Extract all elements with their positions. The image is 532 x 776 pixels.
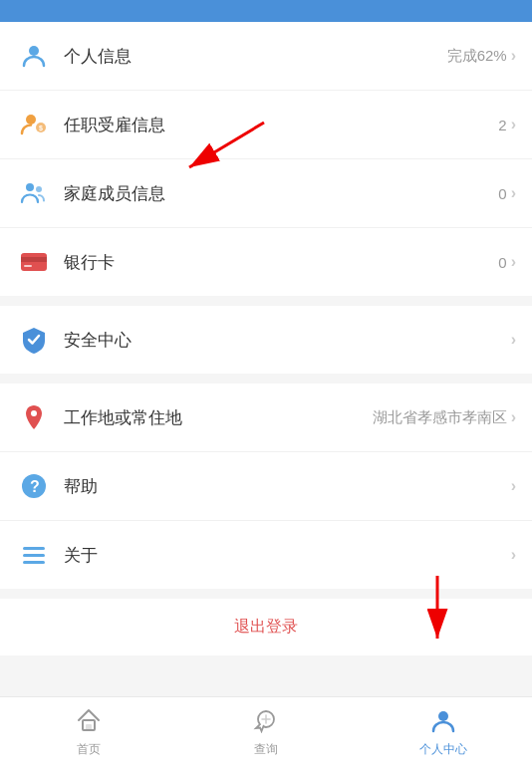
- bank-card-label: 银行卡: [64, 251, 498, 274]
- work-location-label: 工作地或常住地: [64, 406, 373, 429]
- work-location-value: 湖北省孝感市孝南区: [373, 408, 507, 427]
- nav-item-query[interactable]: 查询: [177, 707, 355, 766]
- menu-item-help[interactable]: ? 帮助 ›: [0, 452, 532, 521]
- svg-point-4: [29, 46, 39, 56]
- personal-info-value: 完成62%: [447, 47, 507, 66]
- profile-nav-label: 个人中心: [419, 741, 467, 758]
- section-personal: 个人信息 完成62% › $ 任职受雇信息 2 ›: [0, 22, 532, 296]
- chevron-icon: ›: [511, 253, 516, 271]
- family-info-value: 0: [498, 185, 506, 202]
- employment-info-value: 2: [498, 117, 506, 133]
- family-info-label: 家庭成员信息: [64, 182, 498, 205]
- shield-icon: [16, 322, 52, 358]
- menu-item-family-info[interactable]: 家庭成员信息 0 ›: [0, 159, 532, 228]
- employment-info-right: 2 ›: [498, 116, 516, 133]
- logout-section: 退出登录: [0, 599, 532, 655]
- menu-item-bank-card[interactable]: 银行卡 0 ›: [0, 228, 532, 296]
- chevron-icon: ›: [511, 47, 516, 65]
- profile-icon: [430, 707, 456, 737]
- menu-item-about[interactable]: 关于 ›: [0, 521, 532, 589]
- query-nav-label: 查询: [254, 741, 278, 758]
- menu-item-employment-info[interactable]: $ 任职受雇信息 2 ›: [0, 91, 532, 159]
- chevron-icon: ›: [511, 331, 516, 349]
- logout-button[interactable]: 退出登录: [234, 617, 298, 638]
- bank-card-value: 0: [498, 254, 506, 271]
- svg-rect-11: [21, 257, 47, 262]
- personal-info-label: 个人信息: [64, 45, 447, 68]
- help-icon: ?: [16, 468, 52, 504]
- svg-point-13: [31, 410, 37, 416]
- menu-list-icon: [16, 537, 52, 573]
- svg-rect-20: [86, 724, 92, 730]
- chevron-icon: ›: [511, 477, 516, 495]
- chevron-icon: ›: [511, 546, 516, 564]
- nav-item-home[interactable]: 首页: [0, 707, 177, 766]
- bottom-nav: 首页 查询 个人中心: [0, 696, 532, 776]
- person-icon: [16, 38, 52, 74]
- card-icon: [16, 244, 52, 280]
- help-label: 帮助: [64, 475, 511, 498]
- work-location-right: 湖北省孝感市孝南区 ›: [373, 408, 516, 427]
- security-center-label: 安全中心: [64, 329, 511, 352]
- chevron-icon: ›: [511, 408, 516, 426]
- family-icon: [16, 175, 52, 211]
- location-icon: [16, 399, 52, 435]
- about-right: ›: [511, 546, 516, 564]
- section-others: 工作地或常住地 湖北省孝感市孝南区 › ? 帮助 ›: [0, 384, 532, 589]
- menu-item-personal-info[interactable]: 个人信息 完成62% ›: [0, 22, 532, 91]
- home-nav-label: 首页: [77, 741, 101, 758]
- svg-rect-16: [23, 547, 45, 550]
- personal-info-right: 完成62% ›: [447, 47, 516, 66]
- menu-item-security-center[interactable]: 安全中心 ›: [0, 306, 532, 374]
- employment-icon: $: [16, 107, 52, 142]
- nav-item-profile[interactable]: 个人中心: [355, 707, 532, 766]
- chevron-icon: ›: [511, 184, 516, 202]
- bank-card-right: 0 ›: [498, 253, 516, 271]
- svg-text:$: $: [39, 125, 43, 132]
- svg-point-8: [26, 183, 34, 191]
- svg-point-21: [438, 711, 448, 721]
- home-icon: [76, 707, 102, 737]
- help-right: ›: [511, 477, 516, 495]
- svg-point-5: [26, 115, 36, 125]
- status-bar: [0, 0, 532, 22]
- svg-rect-18: [23, 561, 45, 564]
- svg-rect-17: [23, 554, 45, 557]
- employment-info-label: 任职受雇信息: [64, 114, 498, 136]
- security-center-right: ›: [511, 331, 516, 349]
- query-icon: [253, 707, 279, 737]
- svg-rect-12: [24, 265, 32, 267]
- main-content: 个人信息 完成62% › $ 任职受雇信息 2 ›: [0, 22, 532, 655]
- menu-item-work-location[interactable]: 工作地或常住地 湖北省孝感市孝南区 ›: [0, 384, 532, 452]
- svg-point-9: [36, 186, 42, 192]
- about-label: 关于: [64, 544, 511, 567]
- svg-text:?: ?: [30, 478, 40, 495]
- family-info-right: 0 ›: [498, 184, 516, 202]
- chevron-icon: ›: [511, 116, 516, 133]
- section-security: 安全中心 ›: [0, 306, 532, 374]
